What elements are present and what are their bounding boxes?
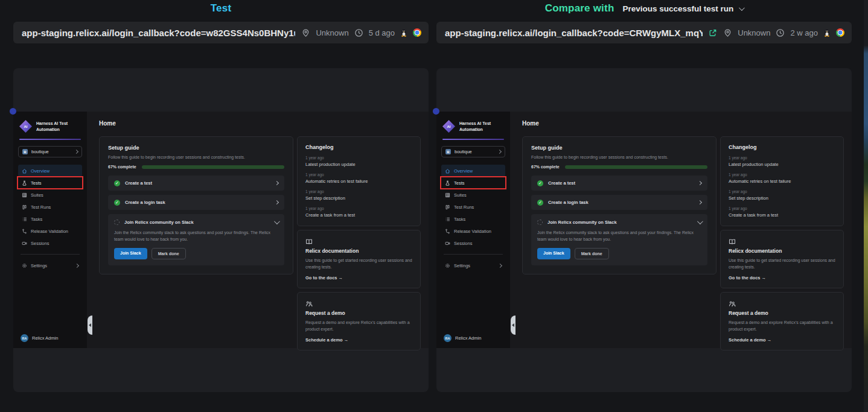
changelog-time: 1 year ago: [305, 189, 412, 194]
book-icon: [305, 237, 313, 244]
project-selector[interactable]: B boutique: [441, 146, 505, 157]
step-label: Create a login task: [125, 200, 270, 205]
gear-icon: [445, 263, 450, 268]
mark-done-button[interactable]: Mark done: [575, 248, 609, 259]
location-label: Unknown: [738, 28, 770, 37]
changelog-label: Automatic retries on test failure: [729, 179, 835, 184]
sidebar-item-sessions[interactable]: Sessions: [18, 237, 82, 249]
changelog-label: Automatic retries on test failure: [305, 179, 412, 184]
video-icon: [22, 241, 27, 246]
sidebar-item-release-validation[interactable]: Release Validation: [441, 225, 505, 237]
changelog-label: Create a task from a test: [729, 212, 835, 218]
setup-step-create-login-task[interactable]: ✓ Create a login task: [531, 195, 707, 210]
sidebar-collapse-handle[interactable]: [511, 315, 515, 335]
user-menu[interactable]: RA Relicx Admin: [18, 334, 82, 342]
sidebar-item-release-validation[interactable]: Release Validation: [18, 225, 82, 237]
sidebar-item-label: Tests: [454, 180, 465, 186]
sidebar-item-test-runs[interactable]: Test Runs: [18, 201, 82, 213]
changelog-entry[interactable]: 1 year ago Automatic retries on test fai…: [729, 173, 835, 184]
changelog-entry[interactable]: 1 year ago Latest production update: [729, 156, 835, 167]
app-sidebar: AI Harness AI Test Automation B boutique…: [436, 112, 510, 348]
location-label: Unknown: [316, 28, 348, 37]
sidebar-item-suites[interactable]: Suites: [18, 189, 82, 201]
join-slack-header[interactable]: Join Relicx community on Slack: [114, 220, 278, 225]
setup-guide-title: Setup guide: [531, 145, 707, 151]
brand-name: Harness AI Test Automation: [459, 121, 491, 132]
project-selector[interactable]: B boutique: [18, 146, 82, 157]
changelog-entry[interactable]: 1 year ago Set step description: [305, 189, 412, 201]
chevron-right-icon: [698, 200, 702, 204]
app-screenshot: AI Harness AI Test Automation B boutique…: [13, 112, 429, 348]
sidebar-item-overview[interactable]: Overview: [18, 165, 82, 177]
demo-description: Request a demo and explore Relicx's capa…: [729, 320, 835, 332]
people-icon: [305, 299, 313, 306]
documentation-card: Relicx documentation Use this guide to g…: [297, 230, 421, 288]
compare-panel: Compare with Previous successful test ru…: [436, 0, 852, 412]
schedule-demo-link[interactable]: Schedule a demo →: [729, 337, 835, 343]
setup-guide-title: Setup guide: [108, 145, 284, 151]
setup-step-create-login-task[interactable]: ✓ Create a login task: [108, 195, 284, 210]
join-slack-button[interactable]: Join Slack: [537, 248, 570, 259]
compare-run-dropdown[interactable]: Previous successful test run: [622, 4, 743, 13]
age-label: 5 d ago: [369, 28, 395, 37]
demo-title: Request a demo: [729, 310, 835, 316]
brand-name: Harness AI Test Automation: [36, 121, 68, 132]
brand: AI Harness AI Test Automation: [441, 119, 505, 133]
app-sidebar: AI Harness AI Test Automation B boutique…: [13, 112, 87, 348]
join-slack-header[interactable]: Join Relicx community on Slack: [537, 220, 701, 225]
sidebar-item-sessions[interactable]: Sessions: [441, 237, 505, 249]
columns-icon: [445, 204, 450, 210]
annotation-marker: [10, 108, 16, 115]
sidebar-item-label: Tests: [31, 180, 42, 186]
compare-url-bar: app-staging.relicx.ai/login_callback?cod…: [436, 22, 852, 43]
sidebar-item-suites[interactable]: Suites: [441, 189, 505, 201]
changelog-entry[interactable]: 1 year ago Latest production update: [305, 156, 412, 167]
schedule-demo-link[interactable]: Schedule a demo →: [305, 337, 412, 343]
setup-guide-description: Follow this guide to begin recording use…: [531, 155, 707, 159]
grid-icon: [445, 192, 450, 198]
setup-guide-card: Setup guide Follow this guide to begin r…: [522, 136, 716, 274]
changelog-entry[interactable]: 1 year ago Automatic retries on test fai…: [305, 173, 412, 184]
sidebar-item-label: Settings: [31, 263, 47, 268]
go-to-docs-link[interactable]: Go to the docs →: [729, 275, 835, 280]
changelog-label: Latest production update: [305, 162, 412, 167]
harness-logo-icon: AI: [19, 120, 32, 133]
sidebar-item-tasks[interactable]: Tasks: [18, 213, 82, 225]
sidebar-item-tests[interactable]: Tests: [18, 177, 82, 189]
sidebar-item-test-runs[interactable]: Test Runs: [441, 201, 505, 213]
sidebar-item-tasks[interactable]: Tasks: [441, 213, 505, 225]
progress-bar: [565, 165, 707, 169]
next-screenshot-peek[interactable]: [864, 0, 868, 412]
sidebar-item-label: Overview: [454, 168, 473, 174]
join-slack-description: Join the Relicx community slack to ask q…: [537, 230, 701, 242]
user-menu[interactable]: RA Relicx Admin: [441, 334, 505, 342]
join-slack-button[interactable]: Join Slack: [114, 248, 147, 259]
age-label: 2 w ago: [790, 28, 818, 37]
sidebar-item-overview[interactable]: Overview: [441, 165, 505, 177]
changelog-entry[interactable]: 1 year ago Set step description: [729, 189, 835, 201]
sidebar-item-label: Sessions: [454, 241, 472, 246]
flask-icon: [22, 180, 27, 186]
sidebar-collapse-handle[interactable]: [88, 315, 92, 335]
setup-guide-description: Follow this guide to begin recording use…: [108, 155, 284, 159]
sidebar-item-settings[interactable]: Settings: [441, 259, 505, 271]
go-to-docs-link[interactable]: Go to the docs →: [305, 275, 412, 280]
app-main: Home Setup guide Follow this guide to be…: [510, 112, 852, 348]
page-title: Home: [522, 120, 844, 127]
mark-done-button[interactable]: Mark done: [152, 248, 186, 259]
external-link-icon[interactable]: [709, 28, 717, 37]
brand-divider: [442, 139, 504, 140]
flask-icon: [445, 180, 450, 186]
changelog-entry[interactable]: 1 year ago Create a task from a test: [729, 206, 835, 218]
chevron-down-icon: [739, 5, 745, 11]
setup-step-join-slack: Join Relicx community on Slack Join the …: [108, 214, 284, 265]
changelog-entry[interactable]: 1 year ago Create a task from a test: [305, 206, 412, 218]
sidebar-item-settings[interactable]: Settings: [18, 259, 82, 271]
sidebar-nav: Overview Tests Suites Test Runs Tasks: [441, 165, 505, 271]
list-icon: [445, 217, 450, 222]
setup-step-create-test[interactable]: ✓ Create a test: [531, 176, 707, 191]
people-icon: [729, 299, 736, 306]
setup-step-join-slack: Join Relicx community on Slack Join the …: [531, 214, 707, 265]
setup-step-create-test[interactable]: ✓ Create a test: [108, 176, 284, 191]
sidebar-item-tests[interactable]: Tests: [441, 177, 505, 189]
